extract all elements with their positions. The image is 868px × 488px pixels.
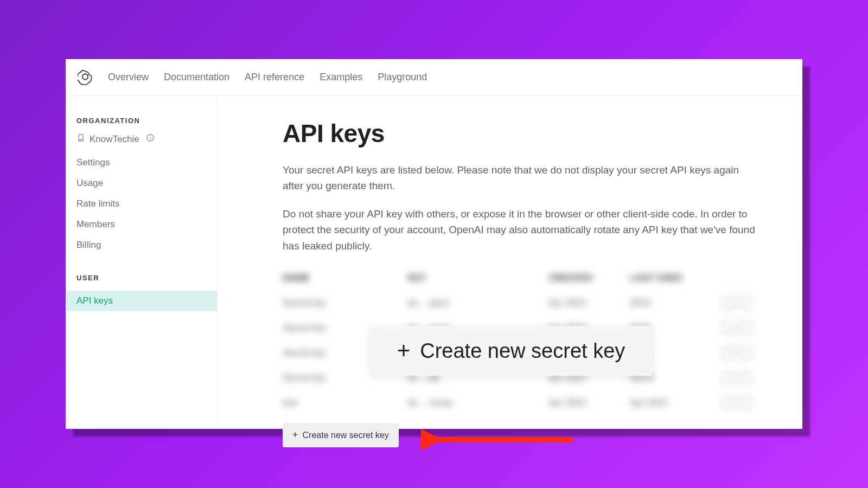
sidebar-item-ratelimits[interactable]: Rate limits xyxy=(66,194,217,214)
org-selector[interactable]: KnowTechie xyxy=(66,133,217,152)
sidebar: ORGANIZATION KnowTechie Settings xyxy=(66,96,218,429)
plus-icon: + xyxy=(397,338,411,364)
nav-documentation[interactable]: Documentation xyxy=(164,72,229,83)
nav-playground[interactable]: Playground xyxy=(378,72,427,83)
sidebar-item-billing[interactable]: Billing xyxy=(66,235,217,255)
page-title: API keys xyxy=(283,119,775,148)
create-button-label: Create new secret key xyxy=(303,431,389,440)
nav-api-reference[interactable]: API reference xyxy=(245,72,304,83)
col-key: KEY xyxy=(407,273,548,284)
plus-icon: + xyxy=(292,429,298,441)
app-window: Overview Documentation API reference Exa… xyxy=(66,59,802,429)
col-created: CREATED xyxy=(548,273,630,284)
create-key-callout: + Create new secret key xyxy=(369,326,653,376)
top-nav: Overview Documentation API reference Exa… xyxy=(108,72,427,83)
nav-overview[interactable]: Overview xyxy=(108,72,149,83)
table-row: testsk-…mnopApr 2023Apr 2023 xyxy=(283,390,775,415)
callout-label: Create new secret key xyxy=(420,339,625,363)
sidebar-org-heading: ORGANIZATION xyxy=(66,117,217,133)
col-name: NAME xyxy=(283,273,407,284)
sidebar-item-members[interactable]: Members xyxy=(66,214,217,235)
description-2: Do not share your API key with others, o… xyxy=(283,206,760,254)
description-1: Your secret API keys are listed below. P… xyxy=(283,162,760,194)
nav-examples[interactable]: Examples xyxy=(320,72,362,83)
create-secret-key-button[interactable]: + Create new secret key xyxy=(283,423,399,447)
main-content: API keys Your secret API keys are listed… xyxy=(218,96,802,429)
body: ORGANIZATION KnowTechie Settings xyxy=(66,96,802,429)
table-row: Secret keysk-…abcdApr 20232023 xyxy=(283,291,775,316)
sidebar-item-usage[interactable]: Usage xyxy=(66,173,217,194)
sidebar-item-settings[interactable]: Settings xyxy=(66,152,217,173)
sidebar-user-heading: USER xyxy=(66,274,217,291)
sidebar-item-apikeys[interactable]: API keys xyxy=(66,291,217,311)
annotation-arrow-icon xyxy=(421,429,578,451)
building-icon xyxy=(76,133,85,145)
col-lastused: LAST USED xyxy=(630,273,722,284)
topbar: Overview Documentation API reference Exa… xyxy=(66,59,802,96)
svg-rect-0 xyxy=(79,134,83,141)
info-icon[interactable] xyxy=(146,133,155,145)
openai-logo-icon xyxy=(78,70,93,85)
org-name: KnowTechie xyxy=(90,134,139,145)
